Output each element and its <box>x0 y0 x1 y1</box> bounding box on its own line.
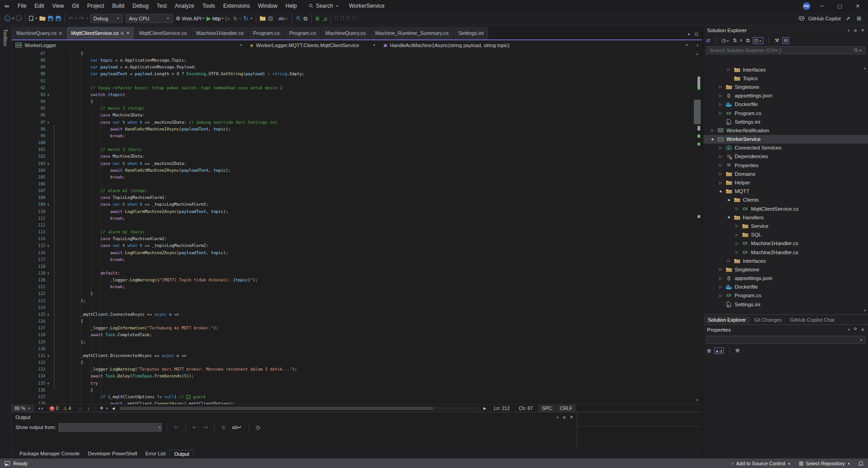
editor-tab[interactable]: Machine1Handler.cs <box>192 27 248 39</box>
expand-chevron-icon[interactable]: ▷ <box>735 250 739 254</box>
preview-selected-items-icon[interactable]: ⊟ <box>782 37 789 44</box>
solution-explorer-search[interactable]: ▾ <box>706 46 865 54</box>
next-bookmark-icon[interactable] <box>346 16 350 21</box>
open-file-button[interactable] <box>39 16 45 21</box>
menu-git[interactable]: Git <box>68 0 83 12</box>
zoom-dropdown[interactable]: 88 %▾ <box>12 405 34 412</box>
float-window-icon[interactable]: ⊡ <box>695 32 698 37</box>
expand-chevron-icon[interactable]: ▷ <box>718 163 723 167</box>
chevron-down-icon[interactable]: ▾ <box>11 16 15 20</box>
warning-count[interactable]: 4 <box>68 405 71 411</box>
platform-dropdown[interactable]: Any CPU▾ <box>126 14 173 23</box>
fold-chevron-icon[interactable]: ∨ <box>45 92 51 98</box>
start-debugging-button[interactable]: ▶ <box>205 14 212 24</box>
format-indent-icon[interactable]: ≣ <box>314 14 321 24</box>
type-dropdown[interactable]: ◈ WorkerLogger.MQTT.Clients.MqttClientSe… <box>246 40 380 50</box>
menu-help[interactable]: Help <box>282 0 301 12</box>
tree-item-program-cs[interactable]: ▷C#Program.cs <box>703 109 868 117</box>
expand-chevron-icon[interactable]: ▷ <box>718 85 723 89</box>
tree-item-singletone[interactable]: ▷Singletone <box>703 265 868 274</box>
start-without-debugging-button[interactable]: ▷ <box>224 14 232 24</box>
code-editor[interactable]: 87{88var topic = e.ApplicationMessage.To… <box>12 50 702 404</box>
expand-chevron-icon[interactable]: ▷ <box>718 146 723 150</box>
menu-view[interactable]: View <box>48 0 68 12</box>
timestamp-icon[interactable]: ◷ <box>254 425 262 430</box>
tree-item-sql[interactable]: ▷SQL <box>703 231 868 239</box>
project-dropdown[interactable]: C# WorkerLogger ▾ <box>12 40 246 50</box>
fold-chevron-icon[interactable]: ∨ <box>45 380 51 387</box>
fold-chevron-icon[interactable]: ∨ <box>45 352 51 359</box>
run-target-label[interactable]: http <box>212 16 220 21</box>
menu-file[interactable]: File <box>14 0 30 12</box>
search-input[interactable] <box>709 48 854 53</box>
fold-chevron-icon[interactable]: ∨ <box>45 160 51 167</box>
expand-chevron-icon[interactable]: ▷ <box>710 128 715 132</box>
tree-item-workernotification[interactable]: ▷C#WorkerNotification <box>703 126 868 135</box>
tree-item-machine1handler-cs[interactable]: ▷C#Machine1Handler.cs <box>703 239 868 248</box>
chevron-down-icon[interactable]: ▾ <box>249 16 253 20</box>
expand-chevron-icon[interactable]: ▷ <box>735 233 739 237</box>
chevron-down-icon[interactable]: ▾ <box>201 16 205 20</box>
bottom-tab-output[interactable]: Output <box>170 450 194 458</box>
panel-tab-github-copilot-chat[interactable]: GitHub Copilot Chat <box>786 316 838 323</box>
search-box[interactable]: Search ▾ <box>309 3 339 9</box>
scroll-up-icon[interactable]: ▲ <box>863 66 867 70</box>
word-wrap-icon[interactable]: ab↵ <box>230 425 244 430</box>
menu-extensions[interactable]: Extensions <box>219 0 254 12</box>
menu-project[interactable]: Project <box>83 0 108 12</box>
tree-item-interfaces[interactable]: ▷Interfaces <box>703 256 868 265</box>
feedback-icon[interactable]: ⊞ <box>855 14 863 24</box>
line-ending-indicator[interactable]: CRLF <box>556 405 576 412</box>
output-source-dropdown[interactable]: ▾ <box>59 423 162 432</box>
tree-item-domains[interactable]: ▷Domains <box>703 169 868 178</box>
tree-item-appsettings-json[interactable]: ▷{}appsettings.json <box>703 92 868 100</box>
tree-item-service[interactable]: ▷Service <box>703 222 868 230</box>
expand-chevron-icon[interactable]: ▷ <box>718 94 723 98</box>
bottom-tab-package-manager-console[interactable]: Package Manager Console <box>15 450 84 457</box>
tree-item-interfaces[interactable]: ▷Interfaces <box>703 65 868 74</box>
menu-debug[interactable]: Debug <box>128 0 152 12</box>
navigate-forward-button[interactable]: → <box>16 15 22 21</box>
tab-list-dropdown-icon[interactable]: ▾ <box>688 32 690 37</box>
next-issue-icon[interactable]: ↓ <box>84 406 93 411</box>
save-button[interactable] <box>48 16 53 21</box>
restart-button[interactable]: ↻ <box>242 14 250 24</box>
tree-item-program-cs[interactable]: ▷C#Program.cs <box>703 291 868 300</box>
close-panel-icon[interactable]: ✕ <box>861 28 864 33</box>
sync-with-active-document-icon[interactable]: ⊡▾ <box>753 37 763 44</box>
save-all-button[interactable] <box>56 16 61 21</box>
editor-tab[interactable]: Program.cs <box>285 27 321 39</box>
navigate-back-button[interactable]: ← <box>5 15 10 21</box>
tree-item-singletone[interactable]: ▷Singletone <box>703 82 868 91</box>
bottom-tab-error-list[interactable]: Error List <box>141 450 170 457</box>
avatar[interactable]: PG <box>803 2 810 10</box>
menu-test[interactable]: Test <box>153 0 171 12</box>
new-project-button[interactable] <box>29 16 33 21</box>
fold-chevron-icon[interactable]: ∨ <box>45 201 51 208</box>
expand-chevron-icon[interactable]: ▷ <box>718 111 723 115</box>
configuration-dropdown[interactable]: Debug▾ <box>90 14 123 23</box>
expand-chevron-icon[interactable]: ▷ <box>727 259 731 263</box>
collapse-chevron-icon[interactable]: ▾ <box>709 136 716 143</box>
undo-button[interactable]: ↶ <box>67 14 74 24</box>
tree-item-properties[interactable]: ▷⚒Properties <box>703 161 868 169</box>
expand-chevron-icon[interactable]: ▷ <box>718 172 723 176</box>
properties-object-dropdown[interactable]: ▾ <box>706 336 865 344</box>
tree-item-settings-ini[interactable]: Settings.ini <box>703 117 868 126</box>
error-count[interactable]: 0 <box>56 405 59 411</box>
editor-horizontal-scrollbar[interactable] <box>119 406 479 410</box>
expand-chevron-icon[interactable]: ▷ <box>718 154 723 159</box>
share-icon[interactable]: ⇗ <box>844 14 852 24</box>
editor-vertical-scrollbar[interactable]: ▲ ▼ <box>693 50 701 404</box>
collapse-chevron-icon[interactable]: ▾ <box>726 214 732 221</box>
tree-item-workerservice[interactable]: ▾C#WorkerService <box>703 135 868 144</box>
redo-button[interactable]: ↷ <box>78 14 85 24</box>
panel-tab-git-changes[interactable]: Git Changes <box>751 316 785 323</box>
chevron-down-icon[interactable]: ▾ <box>34 16 38 20</box>
split-editor-icon[interactable]: ⫞ <box>692 42 702 48</box>
window-position-dropdown-icon[interactable]: ▾ <box>556 415 559 420</box>
spell-check-icon[interactable]: abc✓ <box>277 14 290 24</box>
property-pages-icon[interactable]: ⚒ <box>735 348 740 354</box>
expand-chevron-icon[interactable]: ▷ <box>735 224 739 228</box>
switch-views-icon[interactable]: ⇄ <box>706 38 710 43</box>
